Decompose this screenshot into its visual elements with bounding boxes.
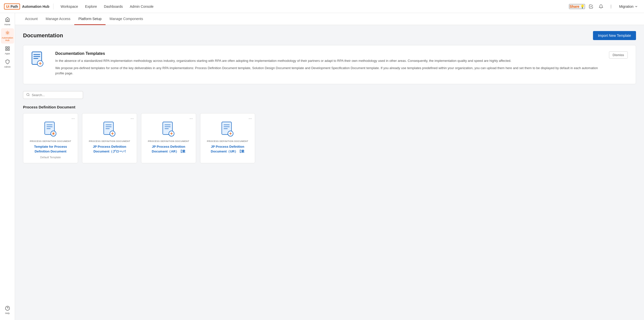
- sidebar-item-apps[interactable]: Apps: [1, 44, 14, 57]
- nav-admin-console[interactable]: Admin Console: [127, 3, 157, 10]
- card-3-title: JP Process Definition Document（UR）【業: [204, 144, 251, 153]
- share-icon: 💡: [580, 5, 584, 9]
- svg-point-0: [611, 5, 611, 5]
- section-title: Process Definition Document: [23, 105, 636, 109]
- product-name: Automation Hub: [22, 5, 49, 9]
- more-options-button[interactable]: [607, 3, 615, 11]
- sidebar-automation-hub-label: AutomationHub: [2, 37, 13, 42]
- sidebar-help[interactable]: Help: [1, 304, 14, 320]
- card-1-icon: [86, 121, 133, 137]
- automation-hub-icon: [5, 30, 10, 36]
- migration-label: Migration: [619, 5, 633, 9]
- banner-icon: [31, 51, 47, 68]
- page-header: Documentation Import New Template: [23, 31, 636, 40]
- content-area: Documentation Import New Template Docume…: [15, 25, 644, 169]
- admin-icon: [5, 59, 10, 65]
- sidebar-item-admin[interactable]: Admin: [1, 57, 14, 70]
- top-navbar: Ui Path Automation Hub Workspace Explore…: [0, 0, 644, 13]
- help-icon: [5, 306, 10, 311]
- card-2-title: JP Process Definition Document（AR）【業: [145, 144, 192, 153]
- main-nav: Workspace Explore Dashboards Admin Conso…: [58, 3, 569, 10]
- tasks-icon: [589, 4, 593, 9]
- card-2[interactable]: ··· PROCESS DEFINITION DOCUMENT JP Proce…: [141, 113, 196, 163]
- nav-workspace[interactable]: Workspace: [58, 3, 81, 10]
- tab-manage-components[interactable]: Manage Components: [106, 13, 147, 25]
- main-content: Account Manage Access Platform Setup Man…: [15, 13, 644, 320]
- notifications-icon-button[interactable]: [597, 3, 605, 11]
- card-1-title: JP Process Definition Document（グローバ: [86, 144, 133, 153]
- page-title: Documentation: [23, 32, 63, 39]
- logo-area: Ui Path Automation Hub: [4, 4, 54, 10]
- dismiss-button[interactable]: Dismiss: [609, 51, 628, 59]
- nav-explore[interactable]: Explore: [82, 3, 100, 10]
- card-0-icon: [27, 121, 74, 137]
- search-input[interactable]: [32, 93, 80, 97]
- sidebar-item-home[interactable]: Home: [1, 15, 14, 28]
- search-container: [23, 91, 636, 99]
- svg-rect-6: [6, 49, 7, 51]
- tab-manage-access[interactable]: Manage Access: [42, 13, 75, 25]
- banner-content: Documentation Templates In the absence o…: [55, 51, 601, 78]
- sidebar-home-label: Home: [4, 23, 10, 26]
- card-0-title: Template for Process Definition Document: [27, 144, 74, 153]
- tab-account[interactable]: Account: [21, 13, 42, 25]
- card-0[interactable]: ··· PROCESS DEFINITION DOCUMENT: [23, 113, 78, 163]
- svg-point-2: [611, 8, 611, 8]
- navbar-actions: Share 💡 Migration: [569, 3, 640, 11]
- banner-text-1: In the absence of a standardized RPA imp…: [55, 58, 601, 64]
- svg-rect-11: [34, 54, 40, 55]
- card-0-category: PROCESS DEFINITION DOCUMENT: [27, 140, 74, 142]
- share-button[interactable]: Share 💡: [569, 4, 585, 9]
- sidebar-help-label: Help: [5, 312, 10, 314]
- svg-rect-7: [8, 49, 9, 51]
- more-vertical-icon: [609, 4, 613, 9]
- card-3[interactable]: ··· PROCESS DEFINITION DOCUMENT JP Proce…: [200, 113, 255, 163]
- svg-rect-13: [34, 58, 38, 59]
- sidebar-item-automation-hub[interactable]: AutomationHub: [1, 28, 14, 44]
- svg-point-17: [27, 93, 29, 96]
- sidebar: Home AutomationHub Apps Admin Help: [0, 13, 15, 320]
- apps-icon: [5, 46, 10, 52]
- svg-point-3: [7, 32, 8, 34]
- search-input-wrap[interactable]: [23, 91, 83, 99]
- card-1-menu[interactable]: ···: [131, 116, 134, 121]
- card-1[interactable]: ··· PROCESS DEFINITION DOCUMENT JP Proce…: [82, 113, 137, 163]
- svg-line-18: [29, 95, 30, 96]
- svg-rect-4: [6, 47, 7, 48]
- info-banner: Documentation Templates In the absence o…: [23, 45, 636, 84]
- card-0-menu[interactable]: ···: [72, 116, 75, 121]
- card-2-category: PROCESS DEFINITION DOCUMENT: [145, 140, 192, 142]
- cards-grid: ··· PROCESS DEFINITION DOCUMENT: [23, 113, 636, 163]
- card-2-icon: [145, 121, 192, 137]
- banner-text-2: We propose pre-defined templates for som…: [55, 66, 601, 76]
- svg-point-1: [611, 6, 611, 7]
- tab-platform-setup[interactable]: Platform Setup: [74, 13, 106, 25]
- migration-dropdown[interactable]: Migration: [617, 4, 640, 10]
- bell-icon: [599, 4, 603, 9]
- import-new-template-button[interactable]: Import New Template: [593, 31, 636, 40]
- banner-title: Documentation Templates: [55, 51, 601, 56]
- card-3-category: PROCESS DEFINITION DOCUMENT: [204, 140, 251, 142]
- card-3-icon: [204, 121, 251, 137]
- tasks-icon-button[interactable]: [587, 3, 595, 11]
- chevron-down-icon: [634, 5, 638, 8]
- sidebar-item-help[interactable]: Help: [1, 304, 14, 316]
- search-icon: [26, 93, 30, 97]
- home-icon: [5, 17, 10, 23]
- nav-dashboards[interactable]: Dashboards: [101, 3, 126, 10]
- card-2-menu[interactable]: ···: [190, 116, 193, 121]
- sidebar-apps-label: Apps: [5, 52, 10, 55]
- card-3-menu[interactable]: ···: [249, 116, 252, 121]
- card-0-footer: Default Template: [27, 156, 74, 159]
- banner-dismiss-area: Dismiss: [609, 51, 628, 59]
- share-label: Share: [569, 5, 579, 9]
- card-1-category: PROCESS DEFINITION DOCUMENT: [86, 140, 133, 142]
- logo-ui-text: Ui: [6, 5, 10, 9]
- svg-rect-12: [34, 56, 40, 57]
- uipath-logo-box: Ui Path: [4, 4, 20, 10]
- sub-navigation: Account Manage Access Platform Setup Man…: [15, 13, 644, 25]
- sidebar-admin-label: Admin: [4, 66, 11, 68]
- logo-path-text: Path: [11, 5, 18, 9]
- svg-rect-5: [8, 47, 9, 48]
